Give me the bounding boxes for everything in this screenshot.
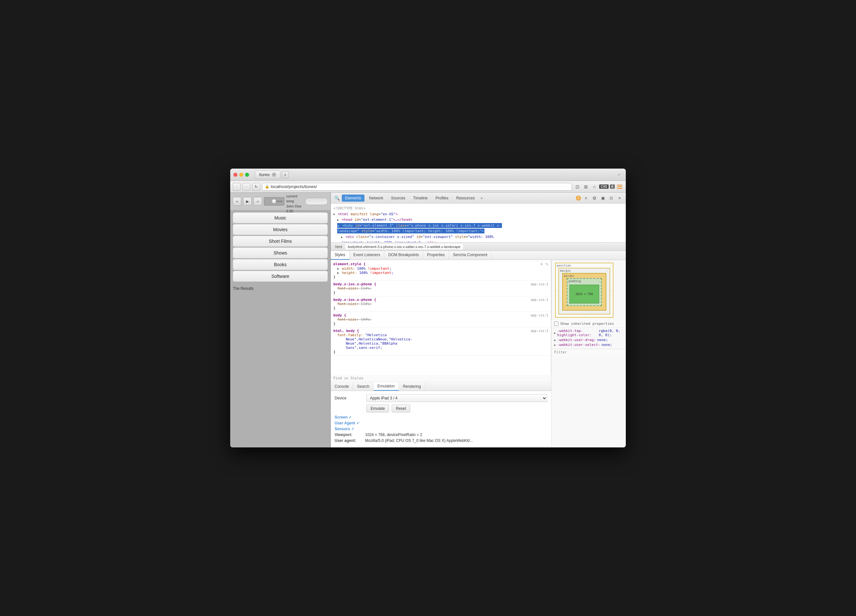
save-page-icon[interactable]: ⊞ [582,183,590,190]
console-tab[interactable]: Console [331,383,353,390]
webkit-arrow-2[interactable]: ▶ [554,339,556,342]
devtools-tab-resources[interactable]: Resources [453,194,478,202]
useragent-key: User agent: [335,438,364,443]
inherited-checkbox[interactable] [554,322,558,326]
css-close-brace-4: } [333,322,548,326]
nav-item-music[interactable]: Music [233,213,328,223]
devtools-tab-network[interactable]: Network [366,194,386,202]
css-prop-fontsize-2: font-size: 114%; [333,302,548,306]
maximize-button[interactable] [245,173,249,177]
minimize-button[interactable] [239,173,243,177]
devtools-more-icon[interactable]: » [479,196,484,200]
search-input[interactable] [305,198,328,205]
css-arrow-icon-2[interactable]: ▶ [337,271,339,275]
css-selector-5: html, body { [333,329,359,333]
new-tab-btn[interactable]: + [282,171,289,178]
css-arrow-icon[interactable]: ▶ [337,267,339,270]
webkit-arrow-3[interactable]: ▶ [554,343,556,346]
emulate-btn[interactable]: Emulate [366,405,389,413]
results-label: The Results [233,286,254,291]
html-line-4: ▶ <body id="ext-element-3" class="x-phon… [333,223,623,229]
css-prop-height: ▶ height: 100% !important; [333,271,548,275]
webkit-arrow-1[interactable]: ▶ [554,331,556,334]
sensors-row: Sensors ✓ [335,427,547,431]
html-breadcrumb: html body#ext-element-3.x-phone.x-ios.x-… [331,242,626,251]
address-text: localhost/projects/itunes/ [271,184,317,189]
webkit-props: ▶ -webkit-tap-highlight-color: rgba(0, 0… [551,328,626,349]
css-source[interactable]: app.css:1 [531,282,548,286]
webkit-key-2: -webkit-user-drag: [557,338,596,342]
a-badge[interactable]: A [610,185,615,189]
css-selector-4: body { [333,313,346,317]
browser-tab[interactable]: Itunes × [255,171,280,179]
css-rule-header-2: body.x-ios.x-phone { app.css:1 [333,282,548,286]
reset-btn[interactable]: Reset [392,405,410,413]
forward-btn[interactable]: › [243,183,250,191]
devtools-bottom: element.style { + ✎ ▶ width: 100% !impor… [331,260,626,447]
filter-input[interactable] [551,349,626,355]
bottom-tabs: Console Search Emulation Rendering [331,382,551,391]
hamburger-line-1 [617,185,622,185]
screen-label: Screen ✓ [335,415,364,419]
inspect-icon[interactable]: 🔍 [333,194,340,202]
prev-btn[interactable]: « [233,197,241,206]
device-label: Device [335,396,364,400]
device-select[interactable]: Apple iPad 3 / 4 [366,394,547,402]
css-prop-fontsize-3: font-size: 104%; [333,317,548,322]
menu-btn[interactable] [616,183,623,190]
title-bar: Itunes × + ⤢ [230,169,626,181]
close-button[interactable] [234,173,237,177]
address-bar[interactable]: 🔒 localhost/projects/itunes/ [262,183,572,191]
search-tab[interactable]: Search [353,383,374,390]
css-rules-panel: element.style { + ✎ ▶ width: 100% !impor… [331,260,551,375]
styles-tab-properties[interactable]: Properties [423,251,449,260]
fullscreen-icon[interactable]: ⤢ [616,171,622,178]
refresh-btn[interactable]: ↻ [252,183,260,191]
breadcrumb-body[interactable]: body#ext-element-3.x-phone.x-ios.x-safar… [345,244,463,249]
devtools-tab-sources[interactable]: Sources [388,194,408,202]
css-source-2[interactable]: app.css:1 [531,298,548,302]
back-btn[interactable]: ‹ [233,183,240,191]
console-icon[interactable]: ≡ [582,194,590,202]
main-content: « ▶ » The name of the current song John … [230,192,626,447]
styles-tab-sencha[interactable]: Sencha Component [449,251,491,260]
styles-tab-styles[interactable]: Styles [331,251,349,260]
css-badge[interactable]: CSS [599,185,609,189]
nav-item-software[interactable]: Software [233,271,328,282]
nav-item-movies[interactable]: Movies [233,224,328,235]
css-val-3: 114%; [361,286,372,291]
next-btn[interactable]: » [254,197,262,206]
undock-icon[interactable]: ⊡ [608,194,615,202]
app-toolbar: « ▶ » The name of the current song John … [230,192,330,210]
nav-item-shows[interactable]: Shows [233,247,328,259]
settings-icon[interactable]: ⚙ [591,194,598,202]
css-close-brace-3: } [333,306,548,310]
nav-item-books[interactable]: Books [233,259,328,270]
star-icon[interactable]: ☆ [591,183,598,190]
css-close-brace: } [333,275,548,279]
html-line-4b: landscape" style="width: 100% !important… [333,228,623,234]
nav-actions: ⊡ ⊞ ☆ CSS A [574,183,623,190]
styles-tab-dom-breakpoints[interactable]: DOM Breakpoints [384,251,423,260]
breadcrumb-html[interactable]: html [333,244,345,249]
devtools-tab-timeline[interactable]: Timeline [410,194,431,202]
play-btn[interactable]: ▶ [243,197,252,206]
close-devtools-icon[interactable]: × [616,194,623,202]
volume-slider[interactable] [264,197,284,206]
devtools-tab-elements[interactable]: Elements [342,194,365,202]
dock-icon[interactable]: ▣ [599,194,606,202]
css-add-btn[interactable]: + ✎ [540,261,548,266]
box-model-panel: position - margin - border - [551,260,616,320]
devtools-tab-profiles[interactable]: Profiles [432,194,452,202]
tab-close-btn[interactable]: × [272,172,276,177]
styles-tab-event-listeners[interactable]: Event Listeners [349,251,385,260]
css-source-4[interactable]: app.css:1 [531,329,548,333]
css-source-3[interactable]: app.css:1 [531,314,548,317]
nav-item-short-films[interactable]: Short Films [233,236,328,247]
volume-knob[interactable] [272,199,276,203]
screen-row: Screen ✓ [335,415,547,419]
rendering-tab[interactable]: Rendering [399,383,425,390]
warning-badge[interactable]: 2 [576,196,581,201]
bookmarks-icon[interactable]: ⊡ [574,183,581,190]
emulation-tab[interactable]: Emulation [374,382,399,391]
